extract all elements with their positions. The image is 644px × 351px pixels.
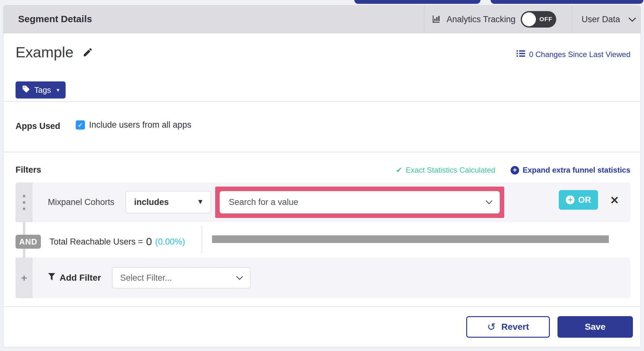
add-filter-button[interactable]: Add Filter [48, 258, 101, 298]
plus-circle-icon: + [511, 166, 519, 175]
tags-button-label: Tags [34, 86, 51, 95]
revert-button[interactable]: ↺ Revert [466, 316, 550, 338]
highlight-frame: Search for a value [215, 187, 504, 218]
segment-name: Example [16, 43, 74, 61]
changes-list-icon [516, 50, 525, 59]
total-reachable-users: Total Reachable Users = 0 (0.00%) [49, 232, 185, 251]
analytics-tracking-group: Analytics Tracking OFF [432, 5, 556, 33]
changes-link-label: 0 Changes Since Last Viewed [529, 50, 630, 59]
add-filter-plus-icon[interactable]: + [16, 258, 33, 298]
header-divider [572, 5, 572, 33]
funnel-icon [48, 273, 55, 283]
tag-icon [22, 85, 30, 95]
value-search-select[interactable]: Search for a value [220, 191, 500, 214]
select-filter-dropdown[interactable]: Select Filter... [112, 267, 251, 289]
drag-dots-icon [23, 195, 25, 210]
toggle-state-label: OFF [538, 11, 554, 28]
analytics-tracking-label: Analytics Tracking [447, 15, 516, 24]
changes-since-last-viewed-link[interactable]: 0 Changes Since Last Viewed [516, 50, 630, 59]
edit-pencil-icon[interactable] [82, 47, 93, 58]
tags-button[interactable]: Tags ▾ [16, 81, 66, 99]
include-all-apps-label: Include users from all apps [89, 120, 191, 130]
reachable-percent: (0.00%) [155, 237, 185, 247]
cutoff-button-right[interactable] [491, 0, 643, 4]
user-data-dropdown[interactable]: User Data [582, 5, 636, 33]
revert-button-label: Revert [501, 322, 529, 332]
reachable-label: Total Reachable Users = [49, 237, 143, 247]
segment-details-card: Segment Details Analytics Tracking OFF [3, 5, 641, 347]
caret-down-icon: ▼ [197, 191, 204, 212]
vertical-divider [202, 226, 202, 253]
add-filter-label: Add Filter [60, 273, 101, 283]
and-badge: AND [16, 235, 41, 249]
segment-details-page: Segment Details Analytics Tracking OFF [0, 0, 644, 351]
apps-used-section: Apps Used ✓ Include users from all apps [3, 101, 641, 152]
toggle-knob [522, 12, 536, 26]
bar-chart-icon [432, 14, 441, 25]
operator-select[interactable]: includes ▼ [126, 191, 211, 213]
reachable-progress-bar [212, 235, 609, 243]
cutoff-button-left[interactable] [354, 0, 480, 4]
footer-actions: ↺ Revert Save [3, 306, 641, 348]
include-all-apps-checkbox[interactable]: ✓ [76, 120, 85, 130]
filter-name: Mixpanel Cohorts [48, 182, 114, 222]
apps-used-label: Apps Used [16, 121, 60, 131]
add-filter-row: + Add Filter Select Filter... [16, 258, 630, 298]
add-or-button[interactable]: + OR [559, 190, 598, 210]
select-filter-placeholder: Select Filter... [120, 268, 172, 288]
filter-row: Mixpanel Cohorts includes ▼ Search for a… [16, 182, 630, 222]
check-icon: ✔ [396, 166, 402, 175]
value-placeholder: Search for a value [229, 191, 298, 213]
chevron-down-icon [236, 276, 243, 282]
or-button-label: OR [578, 195, 591, 205]
remove-filter-icon[interactable]: ✕ [607, 194, 622, 207]
page-title: Segment Details [18, 5, 92, 33]
expand-funnel-statistics-link[interactable]: + Expand extra funnel statistics [511, 166, 630, 175]
plus-circle-icon: + [566, 195, 575, 204]
filters-section: Filters ✔ Exact Statistics Calculated + … [3, 152, 641, 306]
expand-funnel-statistics-label: Expand extra funnel statistics [523, 166, 630, 175]
revert-arrow-icon: ↺ [487, 322, 496, 332]
card-header: Segment Details Analytics Tracking OFF [3, 5, 641, 33]
operator-value: includes [134, 191, 169, 213]
caret-down-icon: ▾ [57, 87, 60, 93]
chevron-down-icon [628, 15, 636, 24]
chevron-down-icon [486, 200, 493, 206]
analytics-tracking-toggle[interactable]: OFF [521, 11, 556, 28]
header-divider [424, 5, 424, 33]
user-data-label: User Data [582, 15, 620, 24]
drag-handle[interactable] [16, 182, 33, 222]
exact-statistics-status: ✔ Exact Statistics Calculated [396, 166, 495, 175]
title-section: Example 0 Changes Since Last Viewed [3, 33, 641, 101]
exact-statistics-label: Exact Statistics Calculated [406, 166, 495, 175]
save-button[interactable]: Save [557, 316, 633, 338]
filters-heading: Filters [16, 165, 41, 175]
reachable-value: 0 [146, 236, 152, 248]
